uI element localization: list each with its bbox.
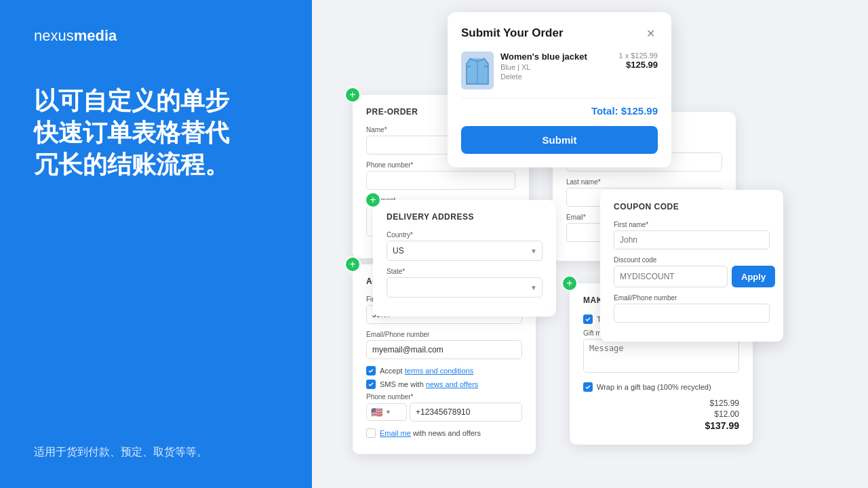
price-1: $125.99 bbox=[698, 399, 739, 408]
chevron-down-icon-3: ▼ bbox=[385, 409, 391, 415]
logo-prefix: nexus bbox=[34, 27, 74, 44]
subtext: 适用于货到付款、预定、取货等等。 bbox=[34, 443, 278, 461]
coupon-firstname-field: First name* bbox=[614, 221, 770, 249]
total-value: $137.99 bbox=[698, 420, 739, 431]
sms-checkbox-row: SMS me with news and offers bbox=[366, 380, 522, 389]
coupon-discount-input[interactable] bbox=[614, 266, 728, 287]
order-modal: Submit Your Order ✕ Women's blue jacket … bbox=[448, 12, 671, 167]
item-image bbox=[461, 52, 494, 89]
coupon-discount-label: Discount code bbox=[614, 256, 770, 264]
item-name: Women's blue jacket bbox=[500, 52, 612, 62]
item-qty: 1 x $125.99 bbox=[619, 52, 658, 60]
emailme-label: Email me with news and offers bbox=[380, 429, 481, 437]
price-summary: $125.99 $12.00 $137.99 bbox=[583, 399, 739, 431]
gift-message-input[interactable] bbox=[583, 339, 739, 373]
terms-checkbox-row: Accept terms and conditions bbox=[366, 366, 522, 375]
wrap-label: Wrap in a gift bag (100% recycled) bbox=[597, 383, 711, 391]
preorder-add-button[interactable]: + bbox=[344, 87, 361, 103]
is-gift-checkbox[interactable] bbox=[583, 314, 593, 324]
delivery-state-field: State* ▼ bbox=[387, 268, 542, 298]
email-me-link[interactable]: Email me bbox=[380, 429, 411, 437]
coupon-firstname-label: First name* bbox=[614, 221, 770, 228]
modal-title: Submit Your Order bbox=[461, 26, 564, 40]
coupon-row: Apply bbox=[614, 266, 770, 287]
emailme-checkbox-row: Email me with news and offers bbox=[366, 428, 522, 438]
news-link[interactable]: news and offers bbox=[426, 380, 478, 388]
marketing-phone-field: Phone number* 🇺🇸 ▼ bbox=[366, 393, 522, 422]
coupon-email-input[interactable] bbox=[614, 304, 770, 323]
logo: nexusmedia bbox=[34, 27, 278, 45]
gift-add-button[interactable]: + bbox=[561, 275, 578, 291]
coupon-card: COUPON CODE First name* Discount code Ap… bbox=[600, 190, 783, 342]
item-details: Women's blue jacket Blue | XL Delete bbox=[500, 52, 612, 81]
marketing-email-input[interactable] bbox=[366, 340, 522, 359]
price-2: $12.00 bbox=[698, 409, 739, 419]
terms-checkbox[interactable] bbox=[366, 366, 376, 375]
modal-header: Submit Your Order ✕ bbox=[461, 26, 658, 41]
sms-checkbox[interactable] bbox=[366, 380, 376, 389]
coupon-discount-field: Discount code Apply bbox=[614, 256, 770, 287]
apply-button[interactable]: Apply bbox=[732, 266, 775, 287]
headline: 以可自定义的单步快速订单表格替代冗长的结账流程。 bbox=[34, 85, 278, 180]
delivery-state-select[interactable] bbox=[387, 277, 542, 298]
preorder-phone-input[interactable] bbox=[366, 171, 515, 190]
wrap-checkbox-row: Wrap in a gift bag (100% recycled) bbox=[583, 382, 739, 392]
delivery-card: + DELIVERY ADDRESS Country* US ▼ State* … bbox=[373, 200, 556, 317]
terms-label: Accept terms and conditions bbox=[380, 367, 473, 375]
delivery-add-button[interactable]: + bbox=[365, 192, 381, 208]
sms-label: SMS me with news and offers bbox=[380, 380, 478, 388]
coupon-email-field: Email/Phone number bbox=[614, 294, 770, 323]
info-lastname-label: Last name* bbox=[566, 178, 722, 186]
coupon-firstname-input[interactable] bbox=[614, 230, 770, 249]
marketing-add-button[interactable]: + bbox=[344, 256, 361, 272]
submit-button[interactable]: Submit bbox=[461, 126, 658, 154]
logo-bold: media bbox=[74, 27, 117, 44]
wrap-checkbox[interactable] bbox=[583, 382, 593, 392]
coupon-title: COUPON CODE bbox=[614, 202, 770, 211]
emailme-checkbox[interactable] bbox=[366, 428, 376, 438]
price-total: $137.99 bbox=[583, 420, 739, 431]
right-panel: Submit Your Order ✕ Women's blue jacket … bbox=[312, 0, 868, 488]
item-price-group: 1 x $125.99 $125.99 bbox=[619, 52, 658, 70]
item-variants: Blue | XL bbox=[500, 63, 612, 71]
delivery-country-field: Country* US ▼ bbox=[387, 231, 542, 261]
order-item: Women's blue jacket Blue | XL Delete 1 x… bbox=[461, 52, 658, 89]
marketing-email-field: Email/Phone number bbox=[366, 331, 522, 359]
delivery-state-label: State* bbox=[387, 268, 542, 275]
flag-select[interactable]: 🇺🇸 ▼ bbox=[366, 403, 407, 421]
delivery-country-select[interactable]: US bbox=[387, 241, 542, 261]
marketing-phone-input[interactable] bbox=[410, 403, 522, 422]
terms-link[interactable]: terms and conditions bbox=[405, 367, 474, 375]
marketing-phone-label: Phone number* bbox=[366, 393, 522, 401]
close-button[interactable]: ✕ bbox=[643, 26, 658, 41]
left-panel: nexusmedia 以可自定义的单步快速订单表格替代冗长的结账流程。 适用于货… bbox=[0, 0, 312, 488]
order-total: Total: $125.99 bbox=[461, 98, 658, 117]
delivery-title: DELIVERY ADDRESS bbox=[387, 212, 542, 222]
item-total: $125.99 bbox=[619, 60, 658, 70]
marketing-email-label: Email/Phone number bbox=[366, 331, 522, 338]
flag-icon: 🇺🇸 bbox=[371, 407, 382, 418]
price-line-2: $12.00 bbox=[583, 409, 739, 419]
coupon-email-label: Email/Phone number bbox=[614, 294, 770, 302]
delete-link[interactable]: Delete bbox=[500, 73, 612, 81]
phone-row: 🇺🇸 ▼ bbox=[366, 403, 522, 422]
delivery-state-wrapper: ▼ bbox=[387, 277, 542, 298]
delivery-country-wrapper: US ▼ bbox=[387, 241, 542, 261]
delivery-country-label: Country* bbox=[387, 231, 542, 239]
price-line-1: $125.99 bbox=[583, 399, 739, 408]
